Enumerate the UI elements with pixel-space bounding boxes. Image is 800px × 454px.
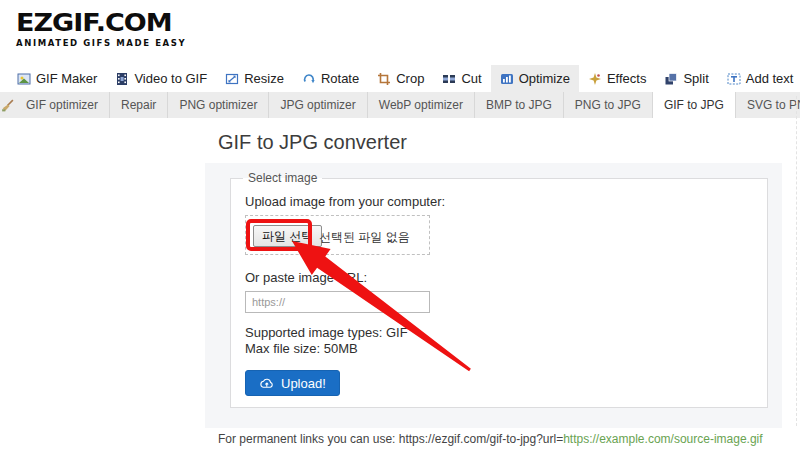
cloud-upload-icon	[259, 377, 274, 389]
sub-tab-png-to-jpg[interactable]: PNG to JPG	[564, 92, 653, 118]
select-image-fieldset: Select image Upload image from your comp…	[230, 171, 768, 408]
upload-from-computer-label: Upload image from your computer:	[245, 194, 767, 209]
sub-tab-jpg-optimizer[interactable]: JPG optimizer	[269, 92, 367, 118]
nav-item-label: Split	[683, 71, 708, 86]
crop-icon	[377, 72, 391, 86]
rotate-icon	[302, 72, 316, 86]
nav-item-label: Crop	[396, 71, 424, 86]
gif-maker-icon	[17, 72, 31, 86]
paste-url-label: Or paste image URL:	[245, 270, 767, 285]
split-icon	[664, 72, 678, 86]
max-size-text: Max file size: 50MB	[245, 341, 767, 357]
main-nav: GIF Maker Video to GIF Resize Rotate Cro…	[8, 65, 800, 92]
nav-item-effects[interactable]: Effects	[579, 65, 656, 92]
optimize-icon	[500, 72, 514, 86]
select-image-legend: Select image	[243, 171, 322, 185]
nav-item-gif-maker[interactable]: GIF Maker	[8, 65, 106, 92]
sub-tab-label: WebP optimizer	[379, 98, 463, 112]
video-to-gif-icon	[115, 72, 129, 86]
sub-tab-label: GIF to JPG	[664, 98, 724, 112]
file-select-button[interactable]: 파일 선택	[253, 225, 322, 247]
site-logo-title: EZGIF.COM	[16, 9, 186, 37]
resize-icon	[225, 72, 239, 86]
nav-item-video-to-gif[interactable]: Video to GIF	[106, 65, 216, 92]
supported-types-text: Supported image types: GIF	[245, 325, 767, 341]
permanent-link-prefix: For permanent links you can use: https:/…	[218, 432, 563, 446]
nav-item-crop[interactable]: Crop	[368, 65, 433, 92]
upload-button[interactable]: Upload!	[245, 370, 340, 396]
nav-item-label: Add text	[746, 71, 794, 86]
nav-item-label: Video to GIF	[134, 71, 207, 86]
sub-tab-label: BMP to JPG	[486, 98, 552, 112]
sub-tab-label: PNG to JPG	[575, 98, 641, 112]
nav-item-resize[interactable]: Resize	[216, 65, 293, 92]
sub-tab-label: GIF optimizer	[26, 98, 98, 112]
upload-panel: Select image Upload image from your comp…	[205, 163, 782, 428]
nav-item-label: Optimize	[519, 71, 570, 86]
nav-item-label: Rotate	[321, 71, 359, 86]
site-logo[interactable]: EZGIF.COM ANIMATED GIFS MADE EASY	[16, 8, 186, 48]
sub-tab-repair[interactable]: Repair	[110, 92, 168, 118]
page-title: GIF to JPG converter	[218, 131, 407, 154]
permanent-link-note: For permanent links you can use: https:/…	[218, 432, 763, 446]
sub-tab-gif-to-jpg[interactable]: GIF to JPG	[653, 92, 736, 118]
site-logo-tagline: ANIMATED GIFS MADE EASY	[16, 38, 186, 48]
nav-item-cut[interactable]: Cut	[433, 65, 490, 92]
sub-nav: GIF optimizer Repair PNG optimizer JPG o…	[0, 92, 800, 118]
effects-icon	[588, 72, 602, 86]
nav-item-label: Resize	[244, 71, 284, 86]
cut-icon	[442, 72, 456, 86]
nav-item-label: GIF Maker	[36, 71, 97, 86]
nav-item-label: Cut	[461, 71, 481, 86]
image-url-input[interactable]	[245, 291, 430, 313]
nav-item-split[interactable]: Split	[655, 65, 717, 92]
sub-nav-lead	[0, 92, 15, 118]
permanent-link-url[interactable]: https://example.com/source-image.gif	[563, 432, 762, 446]
file-drop-area: 파일 선택 선택된 파일 없음	[245, 215, 430, 255]
nav-item-optimize[interactable]: Optimize	[491, 65, 579, 92]
page-edge-dotted-line	[796, 96, 797, 426]
upload-button-label: Upload!	[281, 376, 326, 391]
sub-tab-label: SVG to PNG	[747, 98, 800, 112]
nav-item-label: Effects	[607, 71, 647, 86]
sub-tab-label: Repair	[121, 98, 156, 112]
sub-tab-label: PNG optimizer	[179, 98, 257, 112]
sub-tab-png-optimizer[interactable]: PNG optimizer	[168, 92, 269, 118]
nav-item-rotate[interactable]: Rotate	[293, 65, 368, 92]
add-text-icon	[727, 72, 741, 86]
sub-tab-webp-optimizer[interactable]: WebP optimizer	[368, 92, 475, 118]
sub-tab-bmp-to-jpg[interactable]: BMP to JPG	[475, 92, 564, 118]
nav-item-add-text[interactable]: Add text	[718, 65, 800, 92]
sub-tab-label: JPG optimizer	[280, 98, 355, 112]
broom-icon	[0, 98, 15, 113]
file-status-text: 선택된 파일 없음	[319, 229, 410, 246]
sub-tab-svg-to-png[interactable]: SVG to PNG	[736, 92, 800, 118]
sub-tab-gif-optimizer[interactable]: GIF optimizer	[15, 92, 110, 118]
